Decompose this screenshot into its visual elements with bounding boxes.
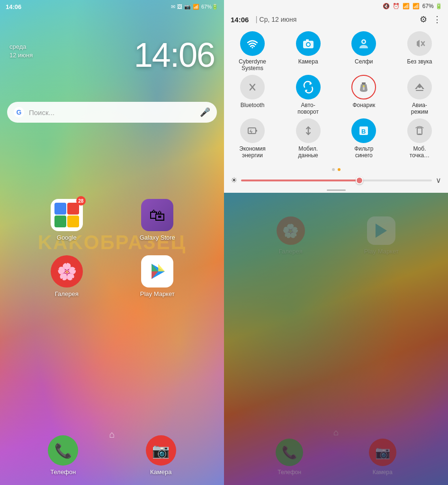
app-gallery[interactable]: 🌸 Галерея — [28, 255, 105, 297]
qs-bluetooth[interactable]: Bluetooth — [229, 75, 276, 116]
qs-flashlight[interactable]: Фонарик — [340, 75, 387, 116]
blue-filter-qs-label: Фильтр синего — [354, 145, 373, 159]
notification-shade-panel: 🔇 ⏰ 📶 📶 67% 🔋 14:06 | Ср, 12 июня ⚙ ⋮ — [224, 0, 448, 485]
swipe-handle — [224, 188, 448, 193]
airplane-qs-label: Авиа- режим — [411, 102, 428, 116]
dock-camera-icon: 📷 — [146, 435, 176, 466]
more-options-icon[interactable]: ⋮ — [433, 14, 441, 25]
status-time-left: 14:06 — [6, 3, 21, 10]
blurred-camera-label: Камера — [373, 469, 393, 476]
google-label: Google — [57, 234, 77, 241]
gallery-label: Галерея — [55, 290, 79, 297]
battery-left-icon: 67%🔋 — [201, 4, 218, 10]
svg-rect-15 — [363, 87, 365, 90]
qs-rotation[interactable]: Авто- поворот — [285, 75, 332, 116]
qs-airplane[interactable]: Авиа- режим — [396, 75, 443, 116]
brightness-thumb — [356, 177, 363, 184]
google-icon: 28 — [51, 199, 83, 231]
brightness-expand-icon[interactable]: ∨ — [436, 176, 441, 185]
dock-phone[interactable]: 📞 Телефон — [48, 435, 78, 476]
blurred-phone: 📞 Телефон — [276, 439, 303, 476]
blurred-gallery-label: Галерея — [279, 248, 303, 255]
camera-notif-icon: 📷 — [184, 4, 191, 10]
app-google[interactable]: 28 Google — [28, 199, 105, 241]
svg-point-4 — [252, 47, 253, 48]
image-icon: 🖼 — [177, 4, 182, 9]
google-logo: G — [14, 107, 24, 117]
shade-time: 14:06 — [231, 16, 249, 24]
blurred-gallery: 🌸 Галерея — [252, 216, 329, 255]
signal-status-icon: 📶 — [412, 3, 420, 9]
bluetooth-qs-icon — [240, 75, 265, 99]
svg-point-16 — [363, 85, 365, 87]
app-play[interactable]: Play Маркет — [119, 255, 196, 297]
brightness-row: ☀ ∨ — [224, 173, 448, 188]
flashlight-qs-icon — [351, 75, 376, 99]
bottom-dock: 📞 Телефон 📷 Камера — [0, 435, 224, 476]
blurred-camera: 📷 Камера — [369, 439, 396, 476]
rotation-qs-icon — [296, 75, 321, 99]
big-clock: 14:06 — [134, 36, 215, 74]
svg-point-10 — [363, 41, 365, 43]
qs-row-1: Cyberdyne Systems Камера — [229, 31, 443, 72]
qs-row-3: Экономия энергии Мобил. данные — [229, 118, 443, 159]
home-indicator-right: ⌂ — [333, 428, 339, 438]
google-badge: 28 — [76, 196, 86, 206]
qs-selfie[interactable]: Селфи — [340, 31, 387, 72]
home-screen: 14:06 ✉ 🖼 📷 📶 67%🔋 среда 12 июня 14:06 G… — [0, 0, 224, 485]
svg-rect-22 — [417, 128, 422, 135]
mic-icon[interactable]: 🎤 — [200, 107, 210, 117]
qs-row-2: Bluetooth Авто- поворот — [229, 75, 443, 116]
svg-point-7 — [307, 43, 310, 46]
settings-icon[interactable]: ⚙ — [420, 14, 427, 25]
camera-qs-label: Камера — [298, 58, 318, 65]
battery-saver-qs-label: Экономия энергии — [239, 145, 265, 159]
svg-rect-14 — [362, 82, 366, 84]
battery-saver-qs-icon — [240, 118, 265, 143]
page-dots — [224, 166, 448, 173]
hotspot-qs-label: Моб. точка… — [410, 145, 430, 159]
dock-camera[interactable]: 📷 Камера — [146, 435, 176, 476]
camera-qs-icon — [296, 31, 321, 56]
wifi-qs-label: Cyberdyne Systems — [239, 58, 266, 72]
wifi-qs-icon — [240, 31, 265, 56]
brightness-track[interactable] — [241, 180, 432, 181]
qs-wifi[interactable]: Cyberdyne Systems — [229, 31, 276, 72]
selfie-qs-icon — [351, 31, 376, 56]
battery-right-icon: 67% 🔋 — [422, 3, 442, 9]
qs-hotspot[interactable]: Моб. точка… — [396, 118, 443, 159]
shade-date: Ср, 12 июня — [260, 16, 420, 23]
search-placeholder: Поиск... — [29, 108, 195, 117]
blurred-play-label: Play Маркет — [364, 248, 399, 255]
qs-camera[interactable]: Камера — [285, 31, 332, 72]
blurred-phone-label: Телефон — [278, 469, 301, 476]
qs-mobile-data[interactable]: Мобил. данные — [285, 118, 332, 159]
selfie-qs-label: Селфи — [355, 58, 373, 65]
svg-rect-23 — [418, 134, 421, 135]
svg-rect-17 — [416, 90, 423, 91]
app-galaxy-store[interactable]: 🛍 Galaxy Store — [119, 199, 196, 241]
bluetooth-qs-label: Bluetooth — [241, 102, 265, 108]
svg-rect-18 — [248, 128, 256, 134]
search-bar[interactable]: G Поиск... 🎤 — [7, 102, 217, 123]
blurred-camera-icon: 📷 — [369, 439, 396, 466]
status-bar-left: 14:06 ✉ 🖼 📷 📶 67%🔋 — [0, 0, 224, 13]
page-dot-1 — [332, 168, 335, 171]
qs-battery-saver[interactable]: Экономия энергии — [229, 118, 276, 159]
svg-rect-19 — [256, 130, 257, 132]
airplane-qs-icon — [407, 75, 432, 99]
status-icons-left: ✉ 🖼 📷 📶 67%🔋 — [171, 4, 218, 10]
alarm-icon: ⏰ — [393, 3, 400, 9]
qs-blue-filter[interactable]: B Фильтр синего — [340, 118, 387, 159]
phone-icon: 📞 — [48, 435, 78, 466]
blurred-phone-icon: 📞 — [276, 439, 303, 466]
mute-qs-label: Без звука — [407, 58, 432, 65]
quick-settings: Cyberdyne Systems Камера — [224, 28, 448, 166]
shade-header: 14:06 | Ср, 12 июня ⚙ ⋮ — [224, 11, 448, 28]
mobile-data-qs-label: Мобил. данные — [298, 145, 318, 159]
qs-mute[interactable]: Без звука — [396, 31, 443, 72]
flashlight-qs-label: Фонарик — [352, 102, 375, 108]
hotspot-qs-icon — [407, 118, 432, 143]
blurred-mid-apps: 🌸 Галерея Play Маркет — [224, 216, 448, 255]
play-label: Play Маркет — [140, 290, 175, 297]
